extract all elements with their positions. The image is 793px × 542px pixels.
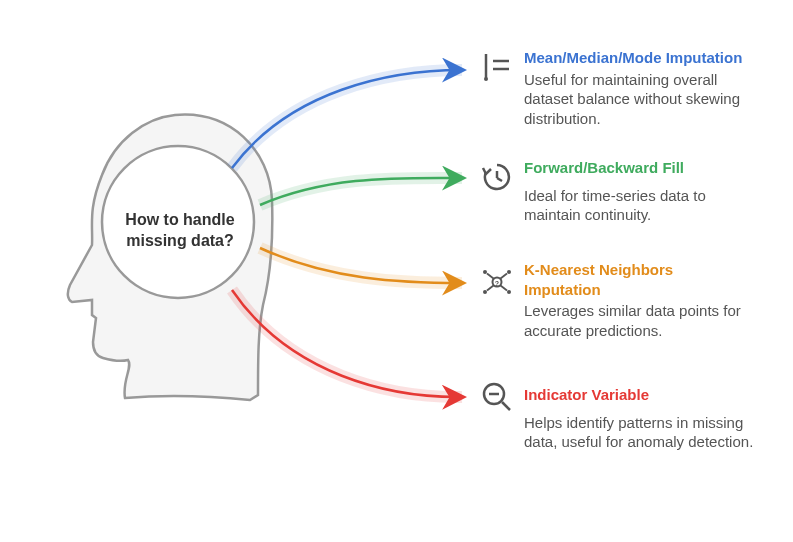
branch-1: Mean/Median/Mode Imputation Useful for m… xyxy=(524,48,754,128)
branch-1-desc: Useful for maintaining overall dataset b… xyxy=(524,70,754,129)
branch-2: Forward/Backward Fill Ideal for time-ser… xyxy=(524,158,754,225)
svg-line-6 xyxy=(497,178,502,181)
center-question: How to handle missing data? xyxy=(100,210,260,252)
svg-line-15 xyxy=(487,286,494,291)
svg-point-12 xyxy=(507,290,511,294)
branch-4-desc: Helps identify patterns in missing data,… xyxy=(524,413,754,452)
svg-point-10 xyxy=(507,270,511,274)
svg-line-13 xyxy=(487,274,494,279)
svg-line-19 xyxy=(502,402,510,410)
branch-3-desc: Leverages similar data points for accura… xyxy=(524,301,754,340)
branch-2-desc: Ideal for time-series data to maintain c… xyxy=(524,186,754,225)
svg-line-16 xyxy=(501,286,508,291)
head-silhouette xyxy=(68,115,272,400)
svg-point-11 xyxy=(483,290,487,294)
arrow-orange xyxy=(260,248,462,283)
svg-line-14 xyxy=(501,274,508,279)
branch-3-title: K-Nearest Neighbors Imputation xyxy=(524,260,754,299)
branch-3: K-Nearest Neighbors Imputation Leverages… xyxy=(524,260,754,340)
branch-2-title: Forward/Backward Fill xyxy=(524,158,754,178)
svg-point-9 xyxy=(483,270,487,274)
minus-search-icon xyxy=(480,380,514,418)
arrow-blue xyxy=(232,70,462,168)
branch-4: Indicator Variable Helps identify patter… xyxy=(524,385,754,452)
not-equal-icon xyxy=(480,49,514,87)
svg-point-2 xyxy=(484,77,488,81)
branch-1-title: Mean/Median/Mode Imputation xyxy=(524,48,754,68)
knn-icon: ? xyxy=(480,265,514,303)
history-icon xyxy=(480,160,514,198)
branch-4-title: Indicator Variable xyxy=(524,385,754,405)
arrow-red xyxy=(232,290,462,397)
arrow-green xyxy=(260,178,462,205)
svg-text:?: ? xyxy=(495,280,499,287)
